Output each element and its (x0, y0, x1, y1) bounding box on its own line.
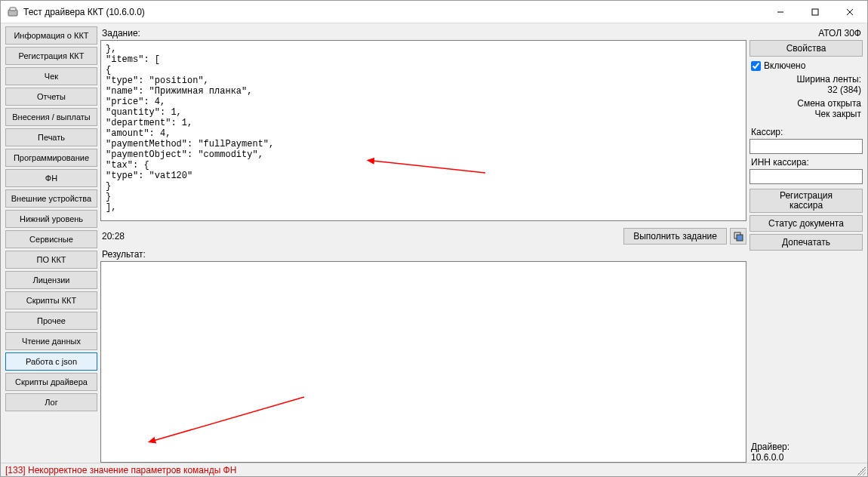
cashier-input[interactable] (749, 139, 863, 154)
sidebar-item-17[interactable]: Скрипты драйвера (5, 373, 97, 391)
time-label: 20:28 (102, 231, 125, 242)
right-panel: АТОЛ 30Ф Свойства Включено Ширина ленты:… (749, 26, 863, 463)
svg-rect-8 (737, 235, 743, 241)
tape-width-label: Ширина ленты: (749, 74, 861, 85)
cashier-inn-input[interactable] (749, 169, 863, 184)
sidebar-item-15[interactable]: Чтение данных (5, 332, 97, 350)
svg-rect-1 (10, 8, 16, 11)
window-title: Тест драйвера ККТ (10.6.0.0) (23, 7, 763, 17)
enabled-checkbox[interactable] (751, 61, 761, 71)
driver-label: Драйвер: (751, 442, 863, 452)
status-error-text: [133] Некорректное значение параметров к… (5, 465, 236, 475)
window-minimize-button[interactable] (763, 1, 798, 23)
enabled-checkbox-row[interactable]: Включено (751, 60, 863, 71)
sidebar-item-14[interactable]: Прочее (5, 312, 97, 330)
sidebar-item-11[interactable]: ПО ККТ (5, 251, 97, 269)
open-external-icon-button[interactable] (730, 228, 746, 245)
reprint-button[interactable]: Допечатать (749, 234, 863, 251)
sidebar-item-10[interactable]: Сервисные (5, 230, 97, 248)
sidebar-item-16[interactable]: Работа с json (5, 352, 97, 371)
window-maximize-button[interactable] (798, 1, 833, 23)
sidebar-item-4[interactable]: Внесения / выплаты (5, 108, 97, 126)
device-name: АТОЛ 30Ф (749, 28, 861, 38)
document-status-button[interactable]: Статус документа (749, 215, 863, 232)
sidebar-item-1[interactable]: Регистрация ККТ (5, 47, 97, 65)
resize-grip-icon[interactable] (857, 466, 866, 475)
sidebar-item-5[interactable]: Печать (5, 128, 97, 146)
sidebar-item-3[interactable]: Отчеты (5, 88, 97, 106)
shift-status: Смена открыта (749, 98, 861, 109)
window-close-button[interactable] (833, 1, 867, 23)
sidebar-item-2[interactable]: Чек (5, 67, 97, 85)
task-label: Задание: (102, 28, 746, 38)
tape-width-value: 32 (384) (749, 85, 861, 95)
sidebar-item-18[interactable]: Лог (5, 393, 97, 411)
sidebar-item-7[interactable]: ФН (5, 169, 97, 187)
status-bar: [133] Некорректное значение параметров к… (1, 463, 867, 476)
sidebar-item-6[interactable]: Программирование (5, 149, 97, 167)
sidebar-item-9[interactable]: Нижний уровень (5, 210, 97, 228)
execute-task-button[interactable]: Выполнить задание (623, 228, 727, 245)
sidebar-item-0[interactable]: Информация о ККТ (5, 26, 97, 45)
properties-button[interactable]: Свойства (749, 40, 863, 57)
register-cashier-button[interactable]: Регистрациякассира (749, 189, 863, 213)
enabled-label: Включено (764, 60, 805, 71)
driver-version: 10.6.0.0 (751, 452, 863, 463)
svg-rect-3 (812, 9, 818, 15)
sidebar-item-12[interactable]: Лицензии (5, 271, 97, 289)
app-icon (7, 6, 19, 18)
cashier-label: Кассир: (751, 127, 863, 137)
sidebar-item-8[interactable]: Внешние устройства (5, 189, 97, 208)
cheque-status: Чек закрыт (749, 109, 861, 119)
result-label: Результат: (102, 249, 746, 260)
window-titlebar: Тест драйвера ККТ (10.6.0.0) (1, 1, 867, 23)
cashier-inn-label: ИНН кассира: (751, 157, 863, 168)
main-panel: Задание: 20:28 Выполнить задание Результ… (100, 26, 746, 463)
sidebar: Информация о ККТРегистрация ККТЧекОтчеты… (5, 26, 97, 463)
task-textarea[interactable] (100, 40, 746, 221)
result-textarea[interactable] (100, 261, 746, 463)
sidebar-item-13[interactable]: Скрипты ККТ (5, 291, 97, 309)
